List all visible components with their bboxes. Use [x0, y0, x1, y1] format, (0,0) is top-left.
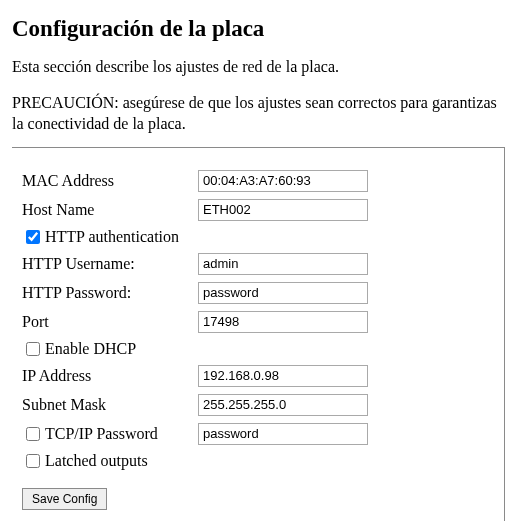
label-latched: Latched outputs — [45, 452, 148, 470]
input-ip[interactable] — [198, 365, 368, 387]
row-httppass: HTTP Password: — [12, 282, 488, 304]
input-host[interactable] — [198, 199, 368, 221]
page-title: Configuración de la placa — [12, 16, 505, 42]
input-mac[interactable] — [198, 170, 368, 192]
checkbox-httpauth[interactable] — [26, 230, 40, 244]
input-httppass[interactable] — [198, 282, 368, 304]
checkbox-dhcp[interactable] — [26, 342, 40, 356]
input-subnet[interactable] — [198, 394, 368, 416]
caution-text: PRECAUCIÓN: asegúrese de que los ajustes… — [12, 92, 505, 135]
label-httpuser: HTTP Username: — [22, 255, 135, 273]
label-dhcp: Enable DHCP — [45, 340, 136, 358]
row-mac: MAC Address — [12, 170, 488, 192]
label-subnet: Subnet Mask — [22, 396, 106, 414]
input-httpuser[interactable] — [198, 253, 368, 275]
intro-text: Esta sección describe los ajustes de red… — [12, 56, 505, 78]
row-httpuser: HTTP Username: — [12, 253, 488, 275]
row-port: Port — [12, 311, 488, 333]
row-subnet: Subnet Mask — [12, 394, 488, 416]
label-tcppass: TCP/IP Password — [45, 425, 158, 443]
row-ip: IP Address — [12, 365, 488, 387]
save-button[interactable]: Save Config — [22, 488, 107, 510]
label-host: Host Name — [22, 201, 94, 219]
row-latched: Latched outputs — [12, 452, 488, 470]
input-port[interactable] — [198, 311, 368, 333]
label-port: Port — [22, 313, 49, 331]
label-httpauth: HTTP authentication — [45, 228, 179, 246]
row-httpauth: HTTP authentication — [12, 228, 488, 246]
label-httppass: HTTP Password: — [22, 284, 131, 302]
checkbox-latched[interactable] — [26, 454, 40, 468]
row-host: Host Name — [12, 199, 488, 221]
row-tcppass: TCP/IP Password — [12, 423, 488, 445]
label-mac: MAC Address — [22, 172, 114, 190]
checkbox-tcppass[interactable] — [26, 427, 40, 441]
input-tcppass[interactable] — [198, 423, 368, 445]
label-ip: IP Address — [22, 367, 91, 385]
config-panel: MAC Address Host Name HTTP authenticatio… — [12, 147, 505, 521]
row-save: Save Config — [12, 488, 488, 510]
row-dhcp: Enable DHCP — [12, 340, 488, 358]
